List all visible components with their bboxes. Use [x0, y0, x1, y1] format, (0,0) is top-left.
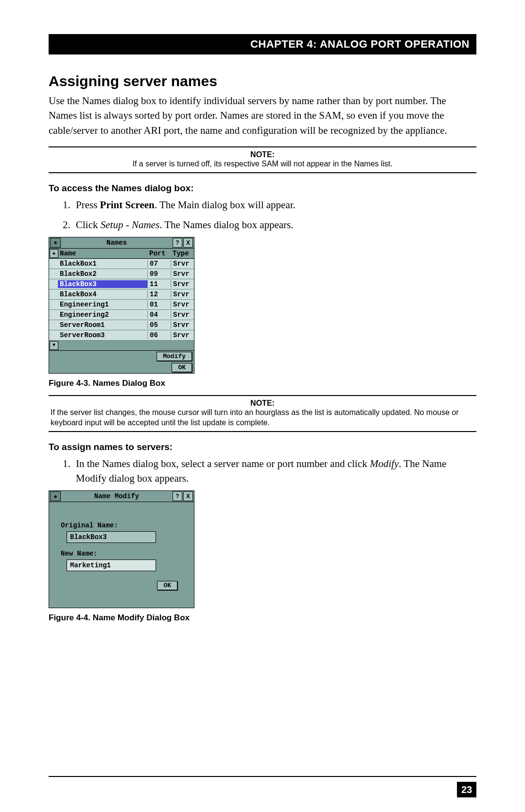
row-port-cell: 11	[147, 280, 171, 288]
assign-step-1: In the Names dialog box, select a server…	[73, 456, 476, 486]
help-button[interactable]: ?	[173, 238, 182, 248]
step1-keyword: Print Screen	[100, 199, 155, 211]
assign-heading: To assign names to servers:	[49, 442, 476, 452]
names-list-row[interactable]: BlackBox412Srvr	[49, 289, 194, 300]
names-button-row: Modify	[49, 351, 194, 362]
names-list-footer: ▼	[49, 341, 194, 351]
row-name-cell: BlackBox1	[58, 260, 147, 268]
help-button[interactable]: ?	[173, 491, 182, 501]
row-type-cell: Srvr	[171, 260, 194, 268]
intro-paragraph: Use the Names dialog box to identify ind…	[49, 93, 476, 138]
names-list-row[interactable]: Engineering101Srvr	[49, 300, 194, 310]
system-menu-icon[interactable]: ◈	[50, 491, 61, 501]
ok-button[interactable]: OK	[157, 581, 177, 590]
row-port-cell: 06	[147, 331, 171, 339]
ok-button[interactable]: OK	[172, 363, 192, 372]
chapter-header: CHAPTER 4: ANALOG PORT OPERATION	[49, 34, 476, 54]
names-list-row[interactable]: Engineering204Srvr	[49, 310, 194, 320]
figure-4-3-caption: Figure 4-3. Names Dialog Box	[49, 379, 476, 388]
access-step-2: Click Setup - Names. The Names dialog bo…	[73, 217, 476, 232]
note-label: NOTE:	[49, 150, 476, 159]
step2-keyword: Setup - Names	[101, 219, 159, 231]
step2-text-c: . The Names dialog box appears.	[159, 219, 293, 231]
names-dialog-title: Names	[61, 239, 173, 247]
modify-ok-row: OK	[61, 571, 182, 590]
row-name-cell: ServerRoom3	[58, 331, 147, 339]
step1-text-a: Press	[76, 199, 100, 211]
note-box-2: NOTE: If the server list changes, the mo…	[49, 395, 476, 432]
original-name-label: Original Name:	[61, 522, 182, 529]
row-type-cell: Srvr	[171, 280, 194, 288]
row-type-cell: Srvr	[171, 331, 194, 339]
note-box-1: NOTE: If a server is turned off, its res…	[49, 146, 476, 173]
original-name-value: BlackBox3	[67, 531, 156, 543]
row-type-cell: Srvr	[171, 301, 194, 308]
row-type-cell: Srvr	[171, 270, 194, 278]
note-text: If a server is turned off, its respectiv…	[132, 160, 392, 168]
assign-steps: In the Names dialog box, select a server…	[49, 456, 476, 486]
figure-4-4-caption: Figure 4-4. Name Modify Dialog Box	[49, 613, 476, 623]
modify-dialog-titlebar: ◈ Name Modify ? X	[49, 491, 194, 502]
row-name-cell: Engineering1	[58, 301, 147, 308]
access-steps: Press Print Screen. The Main dialog box …	[49, 198, 476, 232]
note2-text: If the server list changes, the mouse cu…	[49, 408, 476, 428]
names-list-row[interactable]: BlackBox107Srvr	[49, 259, 194, 269]
modify-dialog-title: Name Modify	[61, 492, 173, 500]
names-list-header: ▲ Name Port Type	[49, 249, 194, 259]
row-port-cell: 07	[147, 260, 171, 268]
system-menu-icon[interactable]: ◈	[50, 238, 61, 248]
names-dialog-titlebar: ◈ Names ? X	[49, 237, 194, 249]
row-port-cell: 01	[147, 301, 171, 308]
note2-label: NOTE:	[49, 399, 476, 408]
new-name-input[interactable]: Marketing1	[67, 559, 156, 571]
names-list-row[interactable]: ServerRoom105Srvr	[49, 320, 194, 330]
row-port-cell: 04	[147, 311, 171, 319]
row-port-cell: 12	[147, 290, 171, 298]
modify-dialog-body: Original Name: BlackBox3 New Name: Marke…	[49, 502, 194, 599]
row-name-cell: Engineering2	[58, 311, 147, 319]
new-name-label: New Name:	[61, 550, 182, 558]
access-heading: To access the Names dialog box:	[49, 183, 476, 194]
page-number: 23	[457, 782, 476, 797]
assign1-keyword: Modify	[370, 458, 399, 469]
names-list-row[interactable]: ServerRoom306Srvr	[49, 330, 194, 341]
step2-text-a: Click	[76, 219, 101, 231]
step1-text-c: . The Main dialog box will appear.	[155, 199, 296, 211]
sort-up-button[interactable]: ▲	[50, 249, 58, 258]
names-list-row[interactable]: BlackBox209Srvr	[49, 269, 194, 279]
row-port-cell: 09	[147, 270, 171, 278]
footer-rule	[49, 776, 476, 777]
names-dialog: ◈ Names ? X ▲ Name Port Type BlackBox107…	[49, 237, 194, 374]
sort-down-button[interactable]: ▼	[50, 341, 58, 350]
col-type-header[interactable]: Type	[171, 250, 194, 257]
col-name-header[interactable]: Name	[58, 250, 147, 257]
row-name-cell: BlackBox3	[58, 280, 147, 288]
section-title: Assigning server names	[49, 73, 476, 90]
row-name-cell: ServerRoom1	[58, 321, 147, 329]
names-list-row[interactable]: BlackBox311Srvr	[49, 279, 194, 289]
row-port-cell: 05	[147, 321, 171, 329]
names-list-body: BlackBox107SrvrBlackBox209SrvrBlackBox31…	[49, 259, 194, 341]
modify-button[interactable]: Modify	[157, 352, 192, 361]
row-name-cell: BlackBox2	[58, 270, 147, 278]
col-port-header[interactable]: Port	[147, 250, 171, 257]
access-step-1: Press Print Screen. The Main dialog box …	[73, 198, 476, 212]
row-name-cell: BlackBox4	[58, 290, 147, 298]
row-type-cell: Srvr	[171, 290, 194, 298]
row-type-cell: Srvr	[171, 321, 194, 329]
assign1-text-a: In the Names dialog box, select a server…	[76, 458, 370, 469]
row-type-cell: Srvr	[171, 311, 194, 319]
name-modify-dialog: ◈ Name Modify ? X Original Name: BlackBo…	[49, 490, 194, 608]
close-button[interactable]: X	[183, 238, 193, 248]
names-ok-row: OK	[49, 362, 194, 373]
close-button[interactable]: X	[183, 491, 193, 501]
